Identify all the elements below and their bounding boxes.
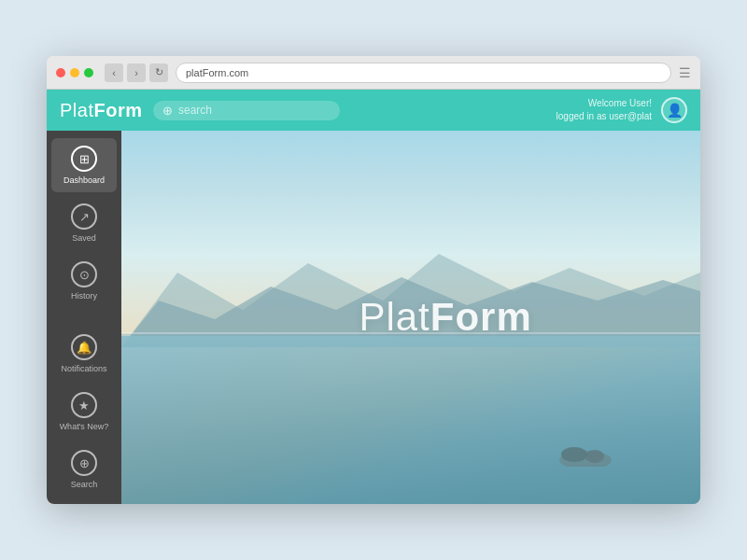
logo-light: Plat — [60, 100, 93, 120]
sidebar-label-history: History — [71, 291, 97, 301]
hero-mountains-svg — [121, 235, 700, 347]
welcome-line1: Welcome User! — [557, 97, 652, 110]
sidebar-item-search[interactable]: ⊕ Search — [51, 442, 117, 497]
sidebar-label-notifications: Notifications — [61, 364, 106, 373]
sidebar: ⊞ Dashboard ↗ Saved ⊙ History 🔔 Notif — [47, 131, 121, 504]
sidebar-label-dashboard: Dashboard — [63, 175, 105, 185]
window-controls — [56, 68, 93, 77]
svg-point-4 — [561, 447, 587, 462]
search-input[interactable] — [178, 104, 331, 117]
sidebar-label-whatsnew: What's New? — [60, 422, 109, 431]
hero-rocks-svg — [557, 434, 613, 467]
hero-area: PlatForm — [121, 131, 700, 504]
sidebar-item-history[interactable]: ⊙ History — [51, 254, 117, 308]
avatar-icon: 👤 — [667, 103, 683, 118]
sidebar-label-saved: Saved — [72, 233, 96, 243]
logo-bold: Form — [93, 100, 142, 120]
welcome-line2: logged in as user@plat — [557, 110, 652, 123]
app-container: PlatForm ⊕ Welcome User! logged in as us… — [47, 90, 700, 504]
search-icon: ⊕ — [162, 104, 173, 118]
refresh-button[interactable]: ↻ — [149, 63, 168, 82]
minimize-dot[interactable] — [70, 68, 79, 77]
close-dot[interactable] — [56, 68, 65, 77]
search-sidebar-icon: ⊕ — [71, 450, 97, 476]
history-icon: ⊙ — [71, 261, 97, 287]
saved-icon: ↗ — [71, 203, 97, 230]
address-bar[interactable]: platForm.com — [176, 63, 671, 83]
user-avatar[interactable]: 👤 — [661, 97, 687, 123]
browser-window: ‹ › ↻ platForm.com ☰ PlatForm ⊕ Welcome … — [47, 56, 700, 504]
browser-menu-button[interactable]: ☰ — [679, 65, 691, 80]
sidebar-item-notifications[interactable]: 🔔 Notifications — [51, 327, 117, 381]
app-logo: PlatForm — [60, 100, 153, 121]
sidebar-item-dashboard[interactable]: ⊞ Dashboard — [51, 138, 117, 192]
sidebar-item-saved[interactable]: ↗ Saved — [51, 196, 117, 250]
maximize-dot[interactable] — [84, 68, 93, 77]
search-bar[interactable]: ⊕ — [153, 101, 340, 120]
svg-point-5 — [585, 450, 604, 463]
nav-right: Welcome User! logged in as user@plat 👤 — [557, 97, 687, 123]
sidebar-label-search: Search — [71, 480, 98, 489]
forward-button[interactable]: › — [127, 63, 146, 82]
welcome-text: Welcome User! logged in as user@plat — [557, 97, 652, 123]
top-nav: PlatForm ⊕ Welcome User! logged in as us… — [47, 90, 700, 131]
url-text: platForm.com — [186, 67, 248, 78]
hero-water — [121, 336, 700, 504]
sidebar-item-whatsnew[interactable]: ★ What's New? — [51, 385, 117, 439]
notifications-icon: 🔔 — [71, 334, 97, 360]
horizon-line — [121, 332, 700, 334]
main-content: ⊞ Dashboard ↗ Saved ⊙ History 🔔 Notif — [47, 131, 700, 504]
whatsnew-icon: ★ — [71, 392, 97, 418]
browser-chrome: ‹ › ↻ platForm.com ☰ — [47, 56, 700, 90]
dashboard-icon: ⊞ — [71, 146, 97, 172]
back-button[interactable]: ‹ — [105, 63, 123, 82]
nav-buttons: ‹ › ↻ — [105, 63, 168, 82]
